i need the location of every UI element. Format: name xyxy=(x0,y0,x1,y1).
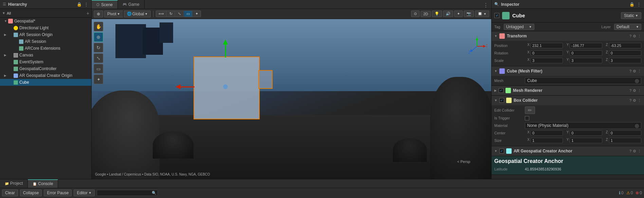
move-scene-btn[interactable]: ⊕ xyxy=(94,32,103,42)
rect-scene-btn[interactable]: ▭ xyxy=(94,64,103,73)
2d-btn[interactable]: 2D xyxy=(421,11,431,17)
translate-tool-btn[interactable]: ⟺ xyxy=(156,11,167,17)
rot-x-input[interactable]: 0 xyxy=(531,50,563,56)
scene-view[interactable]: ✋ ⊕ ↻ ⤡ ▭ ✦ < Persp xyxy=(92,19,491,179)
center-y-input[interactable]: 0 xyxy=(570,130,602,136)
pos-x-input[interactable]: 232.1 xyxy=(531,43,563,48)
scale-y-input[interactable]: 3 xyxy=(570,58,602,63)
is-trigger-checkbox[interactable] xyxy=(525,116,529,120)
expand-geospatial-icon[interactable]: ▼ xyxy=(4,19,8,23)
tree-item-ar-session-origin[interactable]: ▶ AR Session Origin xyxy=(0,31,91,38)
mesh-filter-help-icon[interactable]: ? xyxy=(629,69,631,73)
mesh-renderer-menu-icon[interactable]: ⋮ xyxy=(638,88,641,93)
tree-item-directional-light[interactable]: Directional Light xyxy=(0,24,91,31)
tree-item-eventsystem[interactable]: EventSystem xyxy=(0,59,91,65)
audio-btn[interactable]: 🔊 xyxy=(443,11,453,17)
rect-tool-btn[interactable]: ▭ xyxy=(184,11,192,17)
scale-z-input[interactable]: 3 xyxy=(609,58,641,63)
mesh-value-field[interactable]: Cube ◎ xyxy=(525,77,641,84)
size-x-input[interactable]: 1 xyxy=(531,138,563,143)
transform-menu-icon[interactable]: ⋮ xyxy=(638,34,641,38)
ar-anchor-help-icon[interactable]: ? xyxy=(629,149,631,153)
selected-cube[interactable] xyxy=(194,56,260,119)
transform-tool-btn[interactable]: ✦ xyxy=(193,11,201,17)
rot-y-input[interactable]: 0 xyxy=(570,50,602,56)
error-pause-btn[interactable]: Error Pause xyxy=(44,189,72,196)
edit-collider-btn[interactable]: ✏ xyxy=(525,106,535,114)
center-x-input[interactable]: 0 xyxy=(531,130,563,136)
tree-item-geospatial-controller[interactable]: GeospatialController xyxy=(0,65,91,72)
transform-help-icon[interactable]: ? xyxy=(629,34,631,38)
ar-anchor-settings-icon[interactable]: ⚙ xyxy=(633,149,636,153)
mesh-renderer-checkbox[interactable]: ✓ xyxy=(499,88,503,93)
scale-scene-btn[interactable]: ⤡ xyxy=(94,53,103,63)
clear-btn[interactable]: Clear xyxy=(2,189,18,196)
hierarchy-lock-icon[interactable]: 🔒 xyxy=(77,2,82,7)
tree-item-cube[interactable]: Cube xyxy=(0,79,91,86)
tag-dropdown[interactable]: Untagged ▼ xyxy=(504,24,534,30)
inspector-lock-icon[interactable]: 🔒 xyxy=(629,2,634,7)
expand-ar-geo-origin-icon[interactable]: ▶ xyxy=(4,74,8,77)
move-tool-btn[interactable]: ⊕ xyxy=(94,11,103,17)
scene-tab[interactable]: ⬡ Scene xyxy=(92,0,118,9)
effects-btn[interactable]: ✦ xyxy=(454,11,463,17)
obj-enabled-checkbox[interactable]: ✓ xyxy=(494,13,499,18)
project-tab[interactable]: 📁 Project xyxy=(0,179,28,188)
collapse-btn[interactable]: Collapse xyxy=(20,189,42,196)
expand-ar-session-origin-icon[interactable]: ▶ xyxy=(4,33,8,36)
rotate-scene-btn[interactable]: ↻ xyxy=(94,43,103,52)
box-collider-settings-icon[interactable]: ⚙ xyxy=(633,98,636,103)
tree-item-ar-session[interactable]: AR Session xyxy=(0,38,91,45)
scene-panel-menu[interactable]: ⋮ xyxy=(480,2,491,9)
size-y-input[interactable]: 1 xyxy=(570,138,602,143)
transform-header[interactable]: ▼ Transform ? ⚙ ⋮ xyxy=(492,31,644,41)
pos-z-input[interactable]: -63.25 xyxy=(609,43,641,48)
expand-canvas-icon[interactable]: ▶ xyxy=(4,53,8,57)
console-search-input[interactable] xyxy=(97,190,158,196)
mesh-renderer-settings-icon[interactable]: ⚙ xyxy=(633,88,636,93)
mesh-renderer-help-icon[interactable]: ? xyxy=(629,88,631,93)
mesh-filter-header[interactable]: ▼ Cube (Mesh Filter) ? ⚙ ⋮ xyxy=(492,66,644,76)
ar-anchor-checkbox[interactable]: ✓ xyxy=(499,149,504,153)
camera-btn[interactable]: 📷 xyxy=(464,11,474,17)
editor-dropdown[interactable]: Editor ▼ xyxy=(74,189,94,196)
material-value-field[interactable]: None (Physic Material) ◎ xyxy=(525,122,641,129)
tree-item-ar-geo-creator-origin[interactable]: ▶ AR Geospatial Creator Origin xyxy=(0,72,91,79)
ar-anchor-menu-icon[interactable]: ⋮ xyxy=(638,149,641,153)
rot-z-input[interactable]: 0 xyxy=(609,50,641,56)
game-tab[interactable]: 🎮 Game xyxy=(118,0,145,9)
scale-tool-btn[interactable]: ⤡ xyxy=(176,11,184,17)
light-btn[interactable]: 💡 xyxy=(432,11,442,17)
tree-item-canvas[interactable]: ▶ Canvas xyxy=(0,52,91,59)
mesh-renderer-header[interactable]: ▶ ✓ Mesh Renderer ? ⚙ ⋮ xyxy=(492,86,644,95)
scale-x-input[interactable]: 3 xyxy=(531,58,563,63)
box-collider-menu-icon[interactable]: ⋮ xyxy=(638,98,641,103)
static-btn[interactable]: Static ▼ xyxy=(621,12,641,19)
ar-anchor-header[interactable]: ▼ ✓ AR Geospatial Creator Anchor ? ⚙ ⋮ xyxy=(492,146,644,156)
custom-scene-btn[interactable]: ✦ xyxy=(94,75,103,84)
mesh-filter-menu-icon[interactable]: ⋮ xyxy=(638,69,641,73)
orbit-btn[interactable]: ⊙ xyxy=(411,11,420,17)
gizmos-btn[interactable]: 🔲 ▼ xyxy=(475,11,489,17)
add-icon[interactable]: + xyxy=(87,11,89,16)
size-z-input[interactable]: 1 xyxy=(609,138,641,143)
center-z-input[interactable]: 0 xyxy=(609,130,641,136)
material-circle-btn[interactable]: ◎ xyxy=(635,123,639,128)
tree-item-geospatial[interactable]: ▼ Geospatial* xyxy=(0,18,91,24)
pos-y-input[interactable]: -186.77 xyxy=(570,43,602,48)
box-collider-header[interactable]: ▼ ✓ Box Collider ? ⚙ ⋮ xyxy=(492,96,644,105)
tree-item-arcore-extensions[interactable]: ARCore Extensions xyxy=(0,45,91,52)
transform-settings-icon[interactable]: ⚙ xyxy=(633,34,636,38)
hierarchy-menu-icon[interactable]: ⋮ xyxy=(84,2,89,7)
layer-dropdown[interactable]: Default ▼ xyxy=(614,24,641,30)
mesh-filter-settings-icon[interactable]: ⚙ xyxy=(633,69,636,73)
global-btn[interactable]: 🌐 Global ▼ xyxy=(124,11,151,17)
hand-tool-btn[interactable]: ✋ xyxy=(94,22,103,31)
console-tab[interactable]: 📋 Console xyxy=(28,179,58,188)
rotate-tool-btn[interactable]: ↻ xyxy=(167,11,175,17)
inspector-menu-icon[interactable]: ⋮ xyxy=(637,2,641,7)
pivot-btn[interactable]: Pivot ▼ xyxy=(104,11,123,17)
box-collider-help-icon[interactable]: ? xyxy=(629,98,631,103)
box-collider-checkbox[interactable]: ✓ xyxy=(499,98,504,103)
mesh-circle-btn[interactable]: ◎ xyxy=(635,78,639,83)
